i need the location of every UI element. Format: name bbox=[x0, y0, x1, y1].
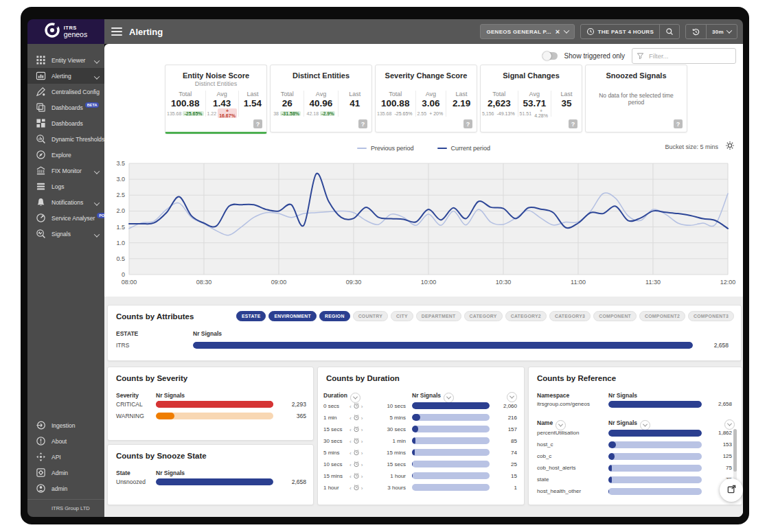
sidebar-item[interactable]: Entity Viewer bbox=[27, 52, 104, 68]
chevron-left-icon: ‹ bbox=[350, 450, 352, 456]
duration-row[interactable]: 15 secs ‹ › 30 secs 157 bbox=[318, 424, 524, 435]
stat-card[interactable]: Signal Changes Total 2,623 5,156 bbox=[480, 65, 582, 132]
legend-item[interactable]: Current period bbox=[437, 145, 491, 152]
menu-icon[interactable] bbox=[111, 27, 122, 36]
duration-row[interactable]: 10 secs ‹ › 15 secs 25 bbox=[318, 459, 524, 470]
attribute-tag[interactable]: CATEGORY bbox=[464, 311, 503, 321]
itrs-logo-icon bbox=[45, 23, 60, 41]
attribute-tag[interactable]: COMPONENT2 bbox=[639, 311, 685, 321]
sidebar-footer-item[interactable]: admin bbox=[27, 481, 104, 496]
help-button[interactable]: ? bbox=[358, 119, 367, 128]
reference-row[interactable]: host_health_other 13 bbox=[529, 486, 742, 498]
svg-text:1.5: 1.5 bbox=[116, 224, 125, 231]
duration-row[interactable]: 0 secs ‹ › 10 secs 2,060 bbox=[318, 400, 524, 412]
stat-card[interactable]: Snoozed Signals No data for the selected… bbox=[585, 65, 687, 132]
attribute-tag[interactable]: REGION bbox=[319, 311, 350, 321]
attribute-tag[interactable]: DEPARTMENT bbox=[416, 311, 461, 321]
time-range-button[interactable]: THE PAST 4 HOURS bbox=[581, 25, 660, 38]
sidebar-item[interactable]: Notifications bbox=[27, 194, 104, 210]
stat-card[interactable]: Severity Change Score Total 100.88 135.6… bbox=[375, 65, 477, 132]
severity-row[interactable]: CRITICAL 2,293 bbox=[108, 399, 313, 410]
reference-row[interactable]: cob_c 125 bbox=[529, 451, 742, 463]
chevron-right-icon: › bbox=[361, 474, 363, 480]
svg-text:2.0: 2.0 bbox=[116, 207, 125, 214]
gear-icon[interactable] bbox=[725, 141, 735, 153]
attribute-tag[interactable]: COMPONENT3 bbox=[688, 311, 734, 321]
attribute-row[interactable]: ITRS 2,658 bbox=[108, 340, 741, 351]
show-triggered-toggle[interactable] bbox=[542, 52, 558, 60]
stat-column: Avg 53.71 51.51 + 4.28% bbox=[518, 91, 551, 117]
sidebar-item[interactable]: Dynamic Thresholds POC bbox=[27, 131, 104, 147]
attribute-tag[interactable]: COMPONENT bbox=[593, 311, 637, 321]
search-button[interactable] bbox=[660, 25, 679, 38]
help-button[interactable]: ? bbox=[253, 119, 262, 128]
svg-text:08:30: 08:30 bbox=[196, 279, 212, 286]
history-button[interactable] bbox=[686, 25, 706, 38]
panel-title: Counts by Reference bbox=[537, 374, 616, 382]
help-button[interactable]: ? bbox=[569, 119, 577, 128]
admin-icon bbox=[36, 467, 46, 478]
stat-card[interactable]: Distinct Entities Total 26 38 bbox=[270, 65, 372, 132]
duration-row[interactable]: 30 secs ‹ › 1 min 85 bbox=[318, 435, 524, 447]
attribute-tag[interactable]: COUNTRY bbox=[353, 311, 388, 321]
stat-column: Total 2,623 5,156 -49.13% bbox=[481, 91, 518, 117]
sidebar-footer-item[interactable]: Ingestion bbox=[27, 417, 104, 433]
duration-row[interactable]: 15 mins ‹ › 1 hour 15 bbox=[318, 470, 524, 482]
sidebar-footer-item[interactable]: API bbox=[27, 449, 104, 465]
namespace-row[interactable]: itrsgroup.com/geneos 2,658 bbox=[529, 399, 742, 410]
duration-row[interactable]: 5 mins ‹ › 15 mins 74 bbox=[318, 447, 524, 459]
legend-item[interactable]: Previous period bbox=[357, 145, 414, 152]
grid-icon bbox=[36, 55, 46, 65]
signal-bar bbox=[608, 430, 702, 437]
severity-row[interactable]: WARNING 365 bbox=[108, 410, 313, 422]
reference-row[interactable]: cob_host_alerts 75 bbox=[529, 463, 742, 474]
delta-badge: + 16.67% bbox=[218, 108, 237, 118]
expand-button[interactable] bbox=[720, 478, 743, 502]
column-header: ESTATE bbox=[116, 330, 138, 337]
stat-card-title: Entity Noise Score bbox=[165, 71, 266, 80]
help-button[interactable]: ? bbox=[674, 119, 683, 128]
explore-icon bbox=[36, 150, 46, 160]
stat-card[interactable]: Entity Noise Score Distinct Entities Tot… bbox=[165, 65, 267, 134]
sidebar-item[interactable]: Signals bbox=[27, 226, 104, 242]
time-range-label: THE PAST 4 HOURS bbox=[598, 29, 654, 35]
stat-column: Total 26 38 -31.58% bbox=[271, 91, 304, 117]
sidebar-item[interactable]: Centralised Config bbox=[27, 84, 104, 100]
dashboard-selector[interactable]: GENEOS GENERAL P... × bbox=[480, 24, 574, 39]
sidebar-item[interactable]: Dashboards bbox=[27, 115, 104, 131]
sidebar-footer-item[interactable]: Admin bbox=[27, 465, 104, 481]
reference-row[interactable]: percentUtilisation 1,862 bbox=[529, 428, 742, 439]
attribute-tag[interactable]: CATEGORY2 bbox=[505, 311, 547, 321]
stat-column: Last 2.19 bbox=[446, 91, 477, 117]
interval-selector[interactable]: 30m bbox=[707, 25, 737, 38]
brand-logo[interactable]: ITRS geneos bbox=[27, 19, 104, 44]
sidebar-item[interactable]: FIX Monitor bbox=[27, 163, 104, 178]
sidebar-item[interactable]: Alerting bbox=[27, 68, 104, 84]
close-icon[interactable]: × bbox=[556, 28, 560, 36]
svg-text:3.5: 3.5 bbox=[116, 160, 125, 167]
attribute-tag[interactable]: ENVIRONMENT bbox=[268, 311, 317, 321]
filter-box bbox=[632, 48, 736, 64]
sidebar-item[interactable]: Explore bbox=[27, 147, 104, 163]
trend-chart[interactable]: 00.51.01.52.02.53.03.508:0008:3009:0009:… bbox=[110, 158, 737, 288]
duration-row[interactable]: 1 hour ‹ › 3 hours 1 bbox=[318, 482, 524, 494]
reference-row[interactable]: state 75 bbox=[529, 474, 742, 486]
filter-input[interactable] bbox=[648, 51, 731, 60]
help-button[interactable]: ? bbox=[463, 119, 472, 128]
threshold-icon bbox=[36, 134, 46, 144]
sidebar-item[interactable]: Logs bbox=[27, 178, 104, 194]
sidebar-item[interactable]: Service Analyser POC bbox=[27, 210, 104, 226]
snooze-row[interactable]: Unsnoozed 2,658 bbox=[108, 476, 313, 488]
attribute-tag[interactable]: CITY bbox=[391, 311, 413, 321]
sidebar-item[interactable]: Dashboards BETA bbox=[27, 100, 104, 115]
column-header: Nr Signals bbox=[193, 330, 222, 337]
sidebar-footer-item[interactable]: About bbox=[27, 433, 104, 449]
reference-row[interactable]: host_c 153 bbox=[529, 439, 742, 451]
signal-bar bbox=[608, 453, 702, 460]
duration-row[interactable]: 1 min ‹ › 5 mins 216 bbox=[318, 412, 524, 424]
clock-icon bbox=[586, 27, 595, 36]
attribute-tag[interactable]: ESTATE bbox=[236, 311, 266, 321]
attribute-tag[interactable]: CATEGORY3 bbox=[549, 311, 591, 321]
search-icon bbox=[665, 27, 674, 36]
bucket-size-box: Bucket size: 5 mins bbox=[665, 141, 735, 153]
